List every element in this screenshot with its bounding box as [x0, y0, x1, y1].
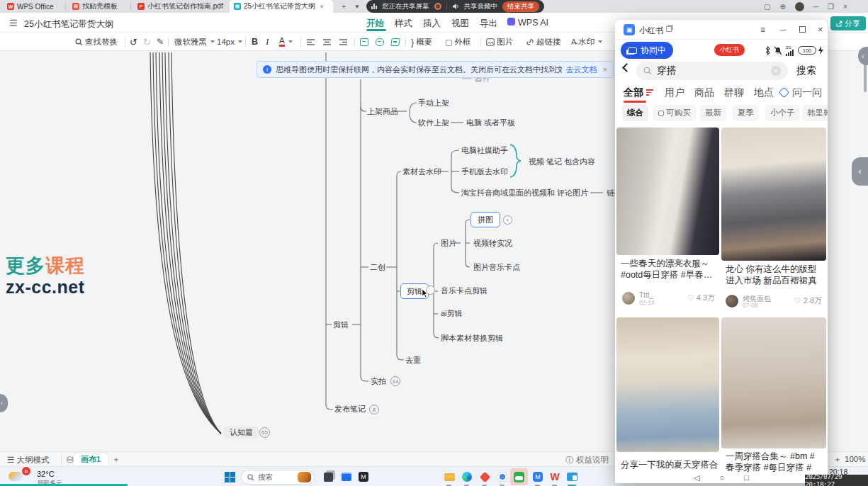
menu-wps-ai[interactable]: WPS AI	[518, 18, 548, 28]
note-image[interactable]	[721, 317, 826, 448]
tab-places[interactable]: 地点	[754, 86, 774, 99]
menu-insert[interactable]: 插入	[423, 18, 441, 30]
mindmap-node-shelf[interactable]: 上架商品	[367, 107, 398, 116]
menu-style[interactable]: 样式	[395, 18, 412, 30]
note-image[interactable]	[616, 317, 719, 452]
chip-purchasable[interactable]: 可购买	[653, 105, 696, 121]
mindmap-node-second-creation[interactable]: 二创	[370, 263, 385, 272]
add-child-button[interactable]: +	[503, 215, 512, 225]
tab-all[interactable]: 全部	[624, 86, 643, 99]
restore-icon[interactable]: ❐	[828, 3, 834, 11]
note-title[interactable]: 分享一下我的夏天穿搭合	[621, 459, 718, 471]
filter-icon[interactable]	[646, 89, 653, 96]
summary-button[interactable]: }概要	[411, 33, 432, 51]
screen-cast-icon[interactable]	[564, 469, 580, 485]
redo-button[interactable]: ↻	[143, 33, 151, 51]
search-input[interactable]: 穿搭 ×	[636, 62, 788, 80]
tab-ask[interactable]: 问一问	[792, 86, 822, 99]
mindmap-node-image-music[interactable]: 图片音乐卡点	[473, 263, 520, 272]
nav-home-icon[interactable]: ○	[720, 473, 725, 482]
media-app-icon[interactable]: M	[356, 469, 371, 485]
menu-view[interactable]: 视图	[451, 18, 469, 30]
rights-info-button[interactable]: ⓘ 权益说明	[565, 455, 609, 465]
nav-back-icon[interactable]: ◁	[694, 473, 699, 482]
menu-home[interactable]: 开始	[366, 18, 384, 30]
mindmap-node-mobile-removal[interactable]: 手机版去水印	[461, 167, 508, 176]
mindmap-node-publish[interactable]: 发布笔记	[334, 405, 366, 414]
chip-summer[interactable]: 夏季	[733, 105, 759, 121]
close-tab-icon[interactable]: ×	[320, 3, 324, 11]
insert-subtopic-icon[interactable]	[376, 33, 384, 51]
tab-pdf-guide[interactable]: P 小红书笔记创作指南.pdf ×	[133, 0, 227, 13]
copy-icon[interactable]	[666, 26, 672, 32]
wps-office-icon[interactable]: W	[547, 469, 563, 485]
wps-cloud-icon[interactable]	[511, 469, 526, 485]
new-tab-button[interactable]: ＋	[336, 0, 347, 13]
likes-count[interactable]: ♡ 2.8万	[794, 295, 822, 306]
maximize-icon[interactable]	[799, 26, 806, 33]
nav-recents-icon[interactable]: □	[744, 473, 749, 482]
tab-wps-office[interactable]: W WPS Office	[3, 0, 64, 13]
insert-image-button[interactable]: 图片	[486, 33, 513, 51]
align-left-icon[interactable]	[306, 33, 315, 51]
outer-frame-button[interactable]: ▢外框	[445, 33, 470, 51]
font-family-select[interactable]: 微软雅黑	[174, 33, 215, 51]
search-button[interactable]: 搜索	[796, 64, 816, 77]
tab-groups[interactable]: 群聊	[724, 86, 744, 99]
red-app-icon[interactable]	[477, 469, 492, 485]
minimize-icon[interactable]: ─	[780, 25, 787, 35]
note-title[interactable]: 一些春天的漂亮衣服～ #ootd每日穿搭 #早春…	[621, 258, 717, 282]
watermark-button[interactable]: A̴水印	[571, 33, 602, 51]
minimize-icon[interactable]: ─	[813, 3, 818, 11]
mindmap-node-watermark-removal[interactable]: 素材去水印	[402, 167, 441, 176]
tab-users[interactable]: 用户	[665, 86, 684, 99]
menu-export[interactable]: 导出	[480, 18, 497, 30]
zoom-level[interactable]: 100%	[845, 455, 865, 463]
menu-icon[interactable]: ≡	[760, 25, 765, 35]
mindmap-node-manual[interactable]: 手动上架	[418, 98, 449, 108]
mindmap-node-script-edit[interactable]: 脚本素材替换剪辑	[441, 334, 503, 343]
mindmap-node-cognition[interactable]: 认知篇	[224, 426, 259, 439]
note-title[interactable]: 一周穿搭合集～ #bm #春季穿搭 #每日穿搭 #日…	[726, 451, 823, 473]
mindmap-node-image[interactable]: 图片	[441, 239, 456, 248]
align-right-icon[interactable]	[339, 33, 348, 51]
mindmap-node-collage[interactable]: 拼图	[470, 212, 500, 227]
file-explorer-icon[interactable]	[441, 469, 457, 485]
layout-icon[interactable]: ▢	[764, 3, 770, 11]
blue-m-app-icon[interactable]: M	[530, 469, 546, 485]
author-name[interactable]: Tttt_	[639, 291, 653, 299]
mindmap-node-device[interactable]: 电脑 或者平板	[466, 118, 515, 128]
mindmap-node-real-shot[interactable]: 实拍	[371, 377, 386, 386]
mindmap-node-brace-note[interactable]: 视频 笔记 包含内容	[529, 157, 595, 166]
close-icon[interactable]: ×	[843, 3, 847, 11]
clear-search-icon[interactable]: ×	[771, 66, 781, 76]
insert-topic-icon[interactable]	[360, 33, 368, 51]
chip-petite[interactable]: 小个子	[765, 105, 800, 121]
font-color-button[interactable]: A	[279, 33, 293, 51]
note-image[interactable]	[721, 128, 826, 261]
note-image[interactable]	[616, 128, 719, 255]
mindmap-node-music-edit[interactable]: 音乐卡点剪辑	[441, 286, 487, 295]
close-banner-icon[interactable]: ×	[603, 65, 607, 74]
share-button[interactable]: 分享	[830, 16, 866, 30]
find-replace-button[interactable]: 查找替换	[75, 33, 118, 51]
chip-latest[interactable]: 最新	[700, 105, 726, 121]
edge-browser-icon[interactable]	[459, 469, 475, 485]
add-canvas-button[interactable]: ＋	[112, 454, 120, 465]
globe-icon[interactable]: ⊕	[779, 3, 785, 11]
chip-korean-style[interactable]: 韩里韩气	[802, 105, 828, 121]
canvas-tab-1[interactable]: 画布1	[74, 453, 108, 465]
mindmap-node-dedup[interactable]: 去重	[405, 356, 421, 365]
align-center-icon[interactable]	[322, 33, 332, 51]
mindmap-node-ai-edit[interactable]: ai剪辑	[441, 309, 463, 318]
outline-mode-button[interactable]: ☰ 大纲模式	[7, 455, 50, 465]
avatar[interactable]	[726, 295, 738, 307]
mindmap-node-pc-helper[interactable]: 电脑社媒助手	[461, 146, 508, 155]
start-button[interactable]	[222, 469, 237, 485]
store-icon[interactable]	[339, 469, 354, 485]
tab-products[interactable]: 商品	[694, 86, 714, 99]
close-icon[interactable]: ×	[818, 24, 823, 35]
mindmap-node-live-photo[interactable]: 视频转实况	[473, 239, 512, 248]
stop-sharing-button[interactable]: 结束共享	[502, 1, 539, 12]
avatar[interactable]	[622, 292, 635, 305]
